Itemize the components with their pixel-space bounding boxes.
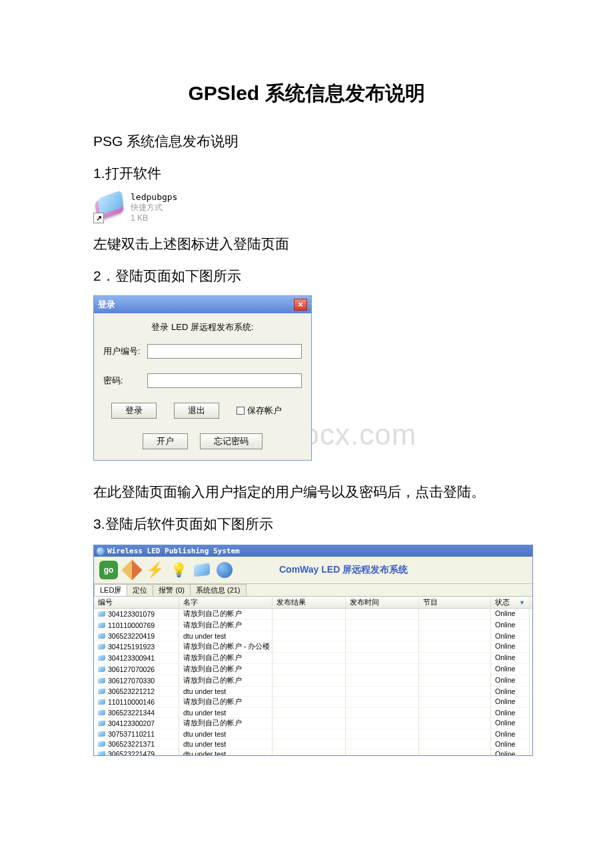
- col-result[interactable]: 发布结果: [273, 597, 346, 608]
- ledpubgps-icon: ↗: [93, 191, 125, 223]
- login-dialog: 登录 × 登录 LED 屏远程发布系统: 用户编号: 密码: 登录 退出 保存帐…: [93, 295, 312, 461]
- table-row[interactable]: 304123300207请放到自己的帐户Online: [94, 718, 532, 729]
- password-label: 密码:: [103, 375, 147, 387]
- publishing-window: Wireless LED Publishing System go ⚡ 💡 Co…: [93, 545, 533, 756]
- login-button[interactable]: 登录: [111, 403, 157, 419]
- table-row[interactable]: 306523221212dtu under testOnline: [94, 687, 532, 697]
- table-row[interactable]: 307537110211dtu under testOnline: [94, 729, 532, 739]
- table-row[interactable]: 306127070330请放到自己的帐户Online: [94, 675, 532, 687]
- password-input[interactable]: [147, 373, 302, 388]
- shortcut-size: 1 KB: [131, 213, 177, 223]
- step-3: 3.登陆后软件页面如下图所示: [93, 510, 520, 538]
- device-icon: [98, 731, 105, 737]
- go-button[interactable]: go: [99, 561, 118, 579]
- step-2-desc: 在此登陆页面输入用户指定的用户编号以及密码后，点击登陆。: [93, 478, 520, 506]
- register-button[interactable]: 开户: [143, 433, 188, 449]
- table-header: 编号 名字 发布结果 发布时间 节目 状态▼: [94, 597, 532, 609]
- col-name[interactable]: 名字: [179, 597, 273, 608]
- document-title: GPSled 系统信息发布说明: [93, 80, 520, 107]
- user-id-input[interactable]: [147, 344, 302, 359]
- system-header: ComWay LED 屏远程发布系统: [279, 564, 408, 576]
- table-row[interactable]: 306523221479dtu under testOnline: [94, 749, 532, 755]
- tab-location[interactable]: 定位: [127, 584, 153, 596]
- globe-button[interactable]: [217, 562, 233, 578]
- table-row[interactable]: 110110000769请放到自己的帐户Online: [94, 620, 532, 631]
- device-icon: [98, 643, 105, 649]
- tabs: LED屏 定位 报警 (0) 系统信息 (21): [94, 584, 532, 597]
- tab-sysinfo[interactable]: 系统信息 (21): [190, 584, 247, 596]
- table-row[interactable]: 306523221371dtu under testOnline: [94, 739, 532, 749]
- save-account-label: 保存帐户: [247, 405, 282, 417]
- shortcut-arrow-icon: ↗: [93, 213, 104, 223]
- device-icon: [98, 633, 105, 639]
- table-row[interactable]: 110110000146请放到自己的帐户Online: [94, 697, 532, 708]
- device-icon: [98, 741, 105, 747]
- table-row[interactable]: 304123301079请放到自己的帐户Online: [94, 609, 532, 620]
- shortcut-name: ledpubgps: [131, 192, 177, 202]
- forgot-password-button[interactable]: 忘记密码: [200, 433, 263, 449]
- disk-icon[interactable]: [194, 563, 210, 577]
- device-icon: [98, 688, 105, 694]
- device-icon: [98, 751, 105, 755]
- shortcut-label: ledpubgps 快捷方式 1 KB: [131, 192, 177, 223]
- device-icon: [98, 655, 105, 661]
- device-icon: [98, 622, 105, 628]
- table-row[interactable]: 304123300941请放到自己的帐户Online: [94, 653, 532, 664]
- table-row[interactable]: 304125191923请放到自己的帐户 - 办公楼Online: [94, 641, 532, 653]
- publishing-titlebar: Wireless LED Publishing System: [94, 545, 532, 557]
- device-icon: [98, 666, 105, 672]
- shortcut-icon-block: ↗ ledpubgps 快捷方式 1 KB: [93, 191, 520, 223]
- tab-alarm[interactable]: 报警 (0): [153, 584, 191, 596]
- col-time[interactable]: 发布时间: [346, 597, 419, 608]
- step-1: 1.打开软件: [93, 159, 520, 187]
- close-button[interactable]: ×: [294, 299, 307, 311]
- bulb-icon[interactable]: 💡: [171, 562, 187, 578]
- plug-icon[interactable]: ⚡: [146, 561, 164, 579]
- col-status[interactable]: 状态▼: [491, 597, 530, 608]
- toolbar: go ⚡ 💡 ComWay LED 屏远程发布系统: [94, 557, 532, 584]
- sort-arrow-icon: ▼: [519, 599, 525, 606]
- col-program[interactable]: 节目: [419, 597, 491, 608]
- device-icon: [98, 720, 105, 726]
- shortcut-type: 快捷方式: [131, 202, 177, 213]
- step-1-desc: 左键双击上述图标进入登陆页面: [93, 230, 520, 258]
- globe-icon: [97, 547, 105, 555]
- col-id[interactable]: 编号: [94, 597, 179, 608]
- table-row[interactable]: 306127070026请放到自己的帐户Online: [94, 664, 532, 675]
- device-icon: [98, 709, 105, 715]
- table-row[interactable]: 306523220419dtu under testOnline: [94, 631, 532, 641]
- device-table: 编号 名字 发布结果 发布时间 节目 状态▼ 304123301079请放到自己…: [94, 597, 532, 755]
- step-2: 2．登陆页面如下图所示: [93, 262, 520, 290]
- table-row[interactable]: 306523221344dtu under testOnline: [94, 708, 532, 718]
- user-id-label: 用户编号:: [103, 345, 147, 357]
- save-account-checkbox[interactable]: 保存帐户: [237, 405, 282, 417]
- intro-text: PSG 系统信息发布说明: [93, 127, 520, 155]
- device-icon: [98, 677, 105, 683]
- login-title-text: 登录: [98, 299, 115, 311]
- exit-button[interactable]: 退出: [174, 403, 219, 419]
- pencil-icon[interactable]: [121, 559, 142, 580]
- login-titlebar: 登录 ×: [94, 296, 311, 313]
- login-heading: 登录 LED 屏远程发布系统:: [103, 321, 302, 333]
- device-icon: [98, 611, 105, 617]
- device-icon: [98, 699, 105, 705]
- checkbox-icon: [237, 407, 245, 415]
- tab-led[interactable]: LED屏: [94, 584, 127, 596]
- publishing-title-text: Wireless LED Publishing System: [107, 547, 240, 555]
